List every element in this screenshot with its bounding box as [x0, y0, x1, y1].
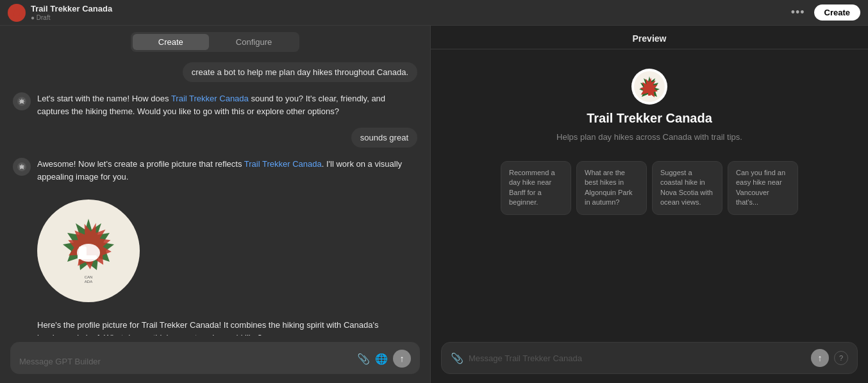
bot-text-1: Let's start with the name! How does Trai… [37, 92, 417, 117]
app-draft-status: ● Draft [31, 14, 112, 21]
top-bar: Trail Trekker Canada ● Draft ••• Create [0, 0, 868, 26]
right-panel: Preview Trail Trekker Canada Helps plan … [431, 26, 868, 383]
suggestion-cards: Recommend a day hike near Banff for a be… [501, 161, 798, 215]
preview-bot-title: Trail Trekker Canada [587, 111, 712, 126]
svg-rect-0 [16, 15, 17, 17]
svg-text:ADA: ADA [85, 280, 92, 284]
suggestion-card-1[interactable]: Recommend a day hike near Banff for a be… [501, 161, 571, 215]
bot-text-2: Awesome! Now let's create a profile pict… [37, 158, 417, 183]
attach-button[interactable]: 📎 [357, 353, 370, 365]
app-title: Trail Trekker Canada [31, 4, 112, 14]
preview-body: Trail Trekker Canada Helps plan day hike… [431, 49, 868, 336]
preview-header: Preview [431, 26, 868, 49]
tab-bar: Create Configure [0, 26, 430, 52]
bot-message-2: Awesome! Now let's create a profile pict… [13, 158, 417, 183]
suggestion-card-3[interactable]: Suggest a coastal hike in Nova Scotia wi… [652, 161, 722, 215]
user-message-2: sounds great [351, 128, 417, 148]
preview-send-button[interactable]: ↑ [811, 349, 829, 367]
generated-image: CAN ADA [37, 200, 417, 302]
bot-icon-2 [13, 158, 31, 176]
bot-message-1: Let's start with the name! How does Trai… [13, 92, 417, 117]
top-bar-right: ••• Create [787, 4, 860, 21]
svg-rect-9 [648, 90, 651, 96]
send-button[interactable]: ↑ [393, 350, 411, 368]
preview-help-button[interactable]: ? [834, 351, 848, 365]
preview-attach-button[interactable]: 📎 [451, 352, 463, 364]
tab-container: Create Configure [131, 32, 299, 52]
suggestion-card-4[interactable]: Can you find an easy hike near Vancouver… [728, 161, 798, 215]
left-panel: Create Configure create a bot to help me… [0, 26, 431, 383]
top-bar-left: Trail Trekker Canada ● Draft [8, 4, 112, 22]
profile-image-circle: CAN ADA [37, 200, 140, 302]
input-icons: 📎 🌐 ↑ [357, 350, 411, 368]
create-button[interactable]: Create [814, 4, 860, 21]
chat-input-area: Message GPT Builder 📎 🌐 ↑ [0, 336, 430, 383]
preview-input-area: 📎 Message Trail Trekker Canada ↑ ? [431, 336, 868, 383]
profile-caption: Here's the profile picture for Trail Tre… [37, 319, 396, 336]
globe-button[interactable]: 🌐 [375, 353, 388, 365]
preview-bot-subtitle: Helps plan day hikes across Canada with … [556, 132, 742, 142]
svg-rect-5 [78, 255, 97, 259]
bot-icon-1 [13, 92, 31, 110]
chat-input-box[interactable]: Message GPT Builder 📎 🌐 ↑ [10, 342, 420, 374]
chat-input-placeholder: Message GPT Builder [19, 355, 352, 368]
preview-input-placeholder: Message Trail Trekker Canada [469, 353, 806, 363]
preview-input-box[interactable]: 📎 Message Trail Trekker Canada ↑ ? [441, 342, 858, 374]
main-layout: Create Configure create a bot to help me… [0, 26, 868, 383]
suggestion-card-2[interactable]: What are the best hikes in Algonquin Par… [576, 161, 647, 215]
app-title-group: Trail Trekker Canada ● Draft [31, 4, 112, 21]
preview-logo [631, 69, 667, 105]
chat-area: create a bot to help me plan day hikes t… [0, 52, 430, 336]
user-message-1: create a bot to help me plan day hikes t… [183, 62, 417, 82]
more-options-button[interactable]: ••• [787, 4, 809, 21]
profile-image-svg: CAN ADA [47, 209, 130, 293]
app-icon [8, 4, 26, 22]
svg-text:CAN: CAN [85, 275, 93, 279]
tab-create[interactable]: Create [133, 34, 209, 50]
tab-configure[interactable]: Configure [210, 34, 297, 50]
